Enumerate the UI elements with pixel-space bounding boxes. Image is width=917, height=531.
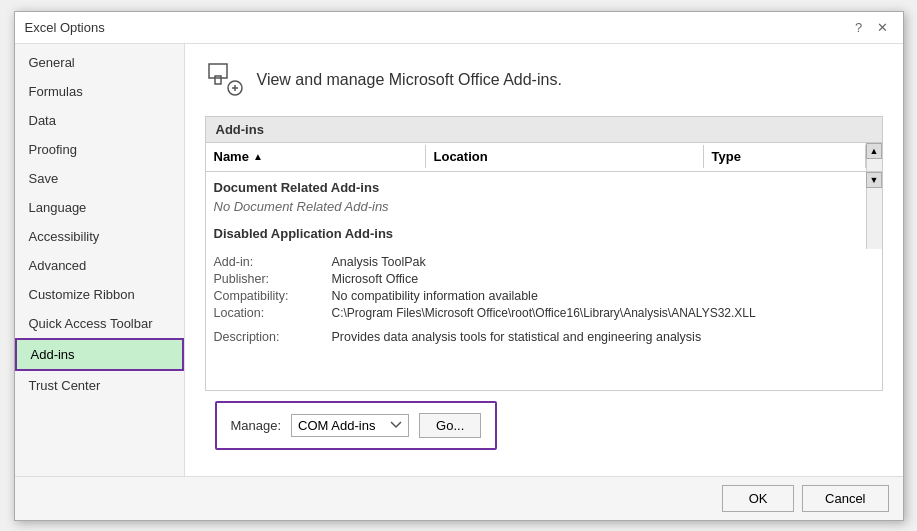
go-button[interactable]: Go...: [419, 413, 481, 438]
cancel-button[interactable]: Cancel: [802, 485, 888, 512]
compat-value: No compatibility information available: [332, 289, 874, 303]
main-header: View and manage Microsoft Office Add-ins…: [205, 60, 883, 100]
help-button[interactable]: ?: [849, 17, 869, 37]
title-bar-controls: ? ✕: [849, 17, 893, 37]
addins-section: Add-ins Name ▲ Location Type ▲: [205, 116, 883, 391]
addin-value: Analysis ToolPak: [332, 255, 874, 269]
addin-info-grid: Add-in: Analysis ToolPak Publisher: Micr…: [206, 249, 882, 326]
col-name: Name ▲: [206, 145, 426, 168]
sidebar-item-language[interactable]: Language: [15, 193, 184, 222]
location-value: C:\Program Files\Microsoft Office\root\O…: [332, 306, 874, 320]
section-header: Add-ins: [206, 117, 882, 143]
col-location: Location: [426, 145, 704, 168]
close-button[interactable]: ✕: [873, 17, 893, 37]
sidebar-item-add-ins[interactable]: Add-ins: [15, 338, 184, 371]
compat-label: Compatibility:: [214, 289, 324, 303]
publisher-label: Publisher:: [214, 272, 324, 286]
publisher-value: Microsoft Office: [332, 272, 874, 286]
table-header-row: Name ▲ Location Type ▲: [206, 143, 882, 172]
dialog-content: General Formulas Data Proofing Save Lang…: [15, 44, 903, 476]
scroll-up-arrow[interactable]: ▲: [866, 143, 882, 159]
sidebar-item-trust-center[interactable]: Trust Center: [15, 371, 184, 400]
title-bar: Excel Options ? ✕: [15, 12, 903, 44]
manage-row: Manage: COM Add-ins Excel Add-ins Word A…: [215, 401, 498, 450]
desc-label: Description:: [214, 330, 324, 344]
section2-label: Disabled Application Add-ins: [214, 220, 858, 245]
sidebar-item-formulas[interactable]: Formulas: [15, 77, 184, 106]
dialog-title: Excel Options: [25, 20, 105, 35]
table-body: Document Related Add-ins No Document Rel…: [206, 172, 866, 249]
sidebar-item-quick-access[interactable]: Quick Access Toolbar: [15, 309, 184, 338]
col-type: Type: [704, 145, 866, 168]
table-content: Document Related Add-ins No Document Rel…: [206, 172, 866, 249]
sidebar-item-data[interactable]: Data: [15, 106, 184, 135]
scrollbar-up[interactable]: ▲: [866, 143, 882, 171]
sidebar-item-accessibility[interactable]: Accessibility: [15, 222, 184, 251]
sidebar-item-customize-ribbon[interactable]: Customize Ribbon: [15, 280, 184, 309]
excel-options-dialog: Excel Options ? ✕ General Formulas Data …: [14, 11, 904, 521]
svg-rect-1: [215, 76, 221, 84]
desc-value: Provides data analysis tools for statist…: [332, 330, 874, 344]
ok-button[interactable]: OK: [722, 485, 794, 512]
sidebar-item-general[interactable]: General: [15, 48, 184, 77]
scroll-down-arrow[interactable]: ▼: [866, 172, 882, 188]
sidebar-item-advanced[interactable]: Advanced: [15, 251, 184, 280]
add-ins-icon: [205, 60, 245, 100]
scrollbar-right[interactable]: ▼: [866, 172, 882, 249]
sidebar-item-proofing[interactable]: Proofing: [15, 135, 184, 164]
section1-label: Document Related Add-ins: [214, 176, 858, 197]
dialog-footer: OK Cancel: [15, 476, 903, 520]
table-row-area: Document Related Add-ins No Document Rel…: [206, 172, 882, 249]
manage-label: Manage:: [231, 418, 282, 433]
sidebar: General Formulas Data Proofing Save Lang…: [15, 44, 185, 476]
sidebar-item-save[interactable]: Save: [15, 164, 184, 193]
location-label: Location:: [214, 306, 324, 320]
addin-label: Add-in:: [214, 255, 324, 269]
desc-row: Description: Provides data analysis tool…: [206, 326, 882, 354]
main-content: View and manage Microsoft Office Add-ins…: [185, 44, 903, 476]
section1-empty: No Document Related Add-ins: [214, 197, 858, 220]
manage-dropdown[interactable]: COM Add-ins Excel Add-ins Word Add-ins D…: [291, 414, 409, 437]
main-title: View and manage Microsoft Office Add-ins…: [257, 71, 562, 89]
